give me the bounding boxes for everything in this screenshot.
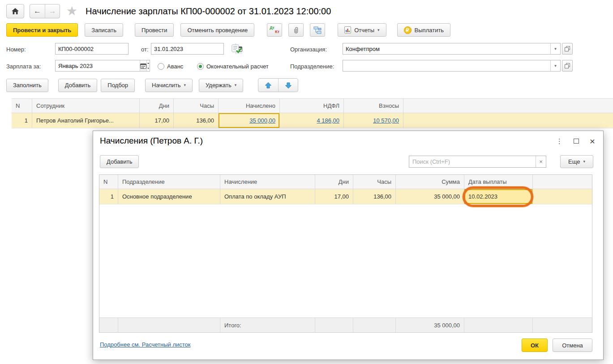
organization-open-button[interactable] bbox=[562, 43, 573, 55]
favorite-star-icon[interactable]: ★ bbox=[66, 5, 77, 17]
reports-button[interactable]: Отчеты ▾ bbox=[338, 23, 386, 37]
col-header-employee[interactable]: Сотрудник bbox=[32, 99, 140, 113]
search-input[interactable] bbox=[409, 156, 536, 167]
cell-row-number[interactable]: 1 bbox=[12, 113, 32, 128]
col-header-department[interactable]: Подразделение bbox=[118, 175, 220, 189]
cell-ndfl[interactable]: 4 186,00 bbox=[280, 113, 344, 128]
col-header-days[interactable]: Дни bbox=[315, 175, 353, 189]
pay-button[interactable]: ₽ Выплатить bbox=[397, 23, 451, 37]
spin-up-icon[interactable]: ▴ bbox=[147, 60, 150, 66]
move-row-up-button[interactable] bbox=[258, 79, 278, 92]
period-spinner[interactable]: ▴ ▾ bbox=[146, 60, 150, 71]
cell-days[interactable]: 17,00 bbox=[140, 113, 174, 128]
attachments-button[interactable] bbox=[288, 23, 304, 37]
pick-button[interactable]: Подбор bbox=[101, 79, 135, 92]
cell-days[interactable]: 17,00 bbox=[315, 189, 353, 204]
number-field[interactable] bbox=[55, 43, 129, 55]
open-form-icon bbox=[565, 46, 570, 51]
col-header-ndfl[interactable]: НДФЛ bbox=[280, 99, 344, 113]
col-header-pay-date[interactable]: Дата выплаты bbox=[464, 175, 533, 189]
cell-department[interactable]: Основное подразделение bbox=[118, 189, 220, 204]
table-row[interactable]: 1 Основное подразделение Оплата по оклад… bbox=[99, 189, 592, 204]
undo-post-button[interactable]: Отменить проведение bbox=[180, 23, 254, 37]
maximize-icon[interactable] bbox=[574, 139, 579, 144]
table-row[interactable]: 1 Петров Анатолий Григорье... 17,00 136,… bbox=[12, 113, 613, 128]
open-form-icon bbox=[565, 63, 570, 68]
document-structure-button[interactable] bbox=[310, 23, 325, 37]
more-menu-icon[interactable]: ⋮ bbox=[556, 137, 563, 145]
salary-period-field[interactable] bbox=[56, 60, 140, 71]
organization-dropdown-button[interactable]: ▾ bbox=[550, 43, 560, 54]
dialog-add-button[interactable]: Добавить bbox=[100, 155, 139, 168]
cancel-button[interactable]: Отмена bbox=[553, 339, 592, 352]
total-label: Итого: bbox=[220, 318, 315, 332]
department-field[interactable] bbox=[343, 60, 550, 71]
contributions-link[interactable]: 10 570,00 bbox=[373, 117, 399, 124]
organization-field[interactable] bbox=[343, 43, 550, 54]
department-dropdown-button[interactable]: ▾ bbox=[550, 60, 560, 71]
post-button[interactable]: Провести bbox=[135, 23, 174, 37]
salary-period-group: ▴ ▾ bbox=[55, 60, 150, 72]
total-cell-empty bbox=[118, 318, 220, 332]
home-icon bbox=[12, 8, 19, 15]
col-header-n[interactable]: N bbox=[12, 99, 32, 113]
radio-final-label: Окончательный расчет bbox=[206, 63, 269, 70]
period-calendar-button[interactable] bbox=[140, 60, 146, 71]
col-header-accrual[interactable]: Начисление bbox=[220, 175, 315, 189]
table-command-bar: Заполнить Добавить Подбор Начислить ▾ Уд… bbox=[6, 78, 298, 92]
move-row-down-button[interactable] bbox=[278, 79, 298, 92]
accrued-link[interactable]: 35 000,00 bbox=[249, 117, 275, 124]
cell-accrued-selected[interactable]: 35 000,00 bbox=[219, 113, 280, 128]
ndfl-link[interactable]: 4 186,00 bbox=[317, 117, 339, 124]
ok-button[interactable]: ОК bbox=[522, 339, 548, 352]
radio-final-settlement[interactable]: Окончательный расчет bbox=[197, 63, 269, 70]
accruals-dialog: Начисления (Петров А. Г.) ⋮ × Добавить ×… bbox=[93, 131, 604, 360]
dtkt-button[interactable]: Дт Кт bbox=[267, 23, 282, 37]
col-header-hours[interactable]: Часы bbox=[353, 175, 396, 189]
spin-down-icon[interactable]: ▾ bbox=[147, 66, 150, 72]
cell-pay-date-selected[interactable]: 10.02.2023 bbox=[464, 189, 533, 204]
payslip-link[interactable]: Подробнее см. Расчетный листок bbox=[100, 341, 191, 348]
cell-sum[interactable]: 35 000,00 bbox=[396, 189, 464, 204]
radio-selected-dot bbox=[199, 65, 202, 68]
col-header-hours[interactable]: Часы bbox=[174, 99, 219, 113]
forward-button[interactable]: → bbox=[45, 4, 60, 18]
cell-row-number[interactable]: 1 bbox=[99, 189, 118, 204]
more-button[interactable]: Еще ▾ bbox=[560, 155, 593, 168]
save-button[interactable]: Записать bbox=[85, 23, 123, 37]
search-clear-button[interactable]: × bbox=[536, 156, 546, 167]
back-button[interactable]: ← bbox=[30, 4, 45, 18]
cell-hours[interactable]: 136,00 bbox=[174, 113, 219, 128]
dt-label: Дт bbox=[270, 26, 274, 30]
withhold-button[interactable]: Удержать ▾ bbox=[199, 79, 243, 92]
col-header-sum[interactable]: Сумма bbox=[396, 175, 464, 189]
department-open-button[interactable] bbox=[562, 60, 573, 72]
ruble-coin-icon: ₽ bbox=[404, 26, 412, 34]
col-header-accrued[interactable]: Начислено bbox=[219, 99, 280, 113]
close-icon[interactable]: × bbox=[590, 136, 595, 146]
history-nav: ← → bbox=[30, 4, 60, 18]
fill-button[interactable]: Заполнить bbox=[6, 79, 48, 92]
chevron-down-icon: ▾ bbox=[554, 63, 557, 68]
reports-label: Отчеты bbox=[354, 27, 374, 34]
cell-hours[interactable]: 136,00 bbox=[353, 189, 396, 204]
chevron-down-icon: ▾ bbox=[554, 47, 557, 51]
col-header-contributions[interactable]: Взносы bbox=[344, 99, 403, 113]
cell-employee[interactable]: Петров Анатолий Григорье... bbox=[32, 113, 140, 128]
chevron-down-icon: ▾ bbox=[184, 83, 186, 87]
total-cell-empty bbox=[99, 318, 118, 332]
cell-contributions[interactable]: 10 570,00 bbox=[344, 113, 403, 128]
col-header-n[interactable]: N bbox=[99, 175, 118, 189]
cell-accrual[interactable]: Оплата по окладу АУП bbox=[220, 189, 315, 204]
chevron-down-icon: ▾ bbox=[583, 160, 585, 164]
radio-advance[interactable]: Аванс bbox=[158, 63, 183, 70]
col-header-days[interactable]: Дни bbox=[140, 99, 174, 113]
kt-label: Кт bbox=[275, 30, 279, 34]
post-and-close-button[interactable]: Провести и закрыть bbox=[6, 23, 78, 37]
radio-circle bbox=[158, 63, 164, 70]
accrue-button[interactable]: Начислить ▾ bbox=[145, 79, 193, 92]
add-row-button[interactable]: Добавить bbox=[58, 79, 97, 92]
chevron-down-icon: ▾ bbox=[235, 83, 237, 87]
date-field[interactable] bbox=[151, 43, 236, 54]
home-button[interactable] bbox=[6, 4, 24, 18]
